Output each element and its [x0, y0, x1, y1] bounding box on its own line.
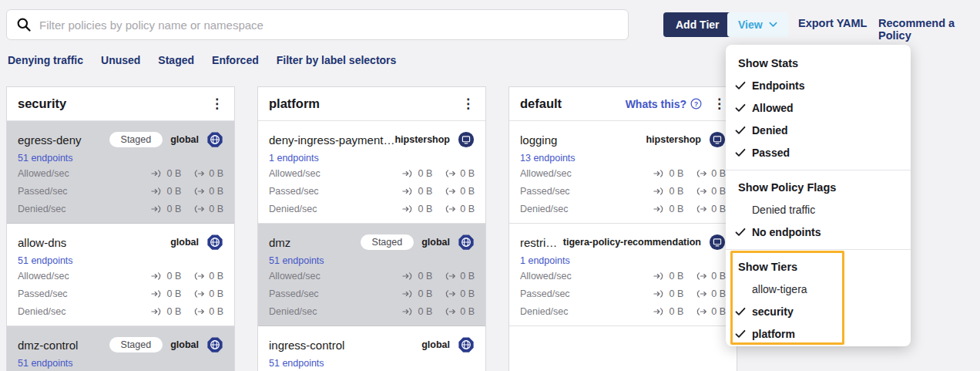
- menu-item-allowed[interactable]: Allowed: [726, 96, 911, 119]
- ingress-arrow-icon: [151, 307, 163, 316]
- stat-row: Denied/sec 0 B 0 B: [18, 302, 223, 320]
- egress-arrow-icon: [696, 307, 707, 316]
- endpoints-link[interactable]: 1 endpoints: [520, 255, 570, 266]
- policy-card[interactable]: ingress-control global 51 endpoints: [258, 326, 485, 371]
- global-policy-icon: [458, 336, 475, 353]
- ingress-arrow-icon: [151, 204, 163, 214]
- stat-row: Allowed/sec 0 B 0 B: [269, 164, 475, 182]
- tier-title: security: [18, 96, 66, 111]
- ingress-arrow-icon: [151, 272, 163, 281]
- egress-arrow-icon: [193, 272, 205, 281]
- policy-scope: global: [170, 134, 199, 145]
- namespace-policy-icon: [709, 234, 726, 251]
- endpoints-link[interactable]: 51 endpoints: [269, 255, 324, 266]
- namespace-policy-icon: [458, 131, 475, 148]
- menu-item-denied-traffic[interactable]: Denied traffic: [726, 198, 911, 221]
- policy-scope: global: [170, 237, 199, 248]
- search-input[interactable]: [39, 19, 619, 32]
- stat-row: Passed/sec 0 B 0 B: [18, 285, 223, 302]
- export-yaml-button[interactable]: Export YAML: [798, 17, 867, 29]
- menu-section-show-policy-flags: Show Policy Flags: [726, 177, 911, 198]
- kebab-menu-icon[interactable]: ⋮: [461, 97, 475, 110]
- egress-arrow-icon: [696, 204, 707, 214]
- policy-name: ingress-control: [269, 339, 344, 352]
- staged-badge: Staged: [109, 337, 163, 352]
- egress-arrow-icon: [445, 204, 456, 214]
- whats-this-link[interactable]: Whats this? ?: [626, 98, 702, 110]
- menu-divider: [726, 170, 911, 170]
- policy-filter-search: [6, 9, 629, 40]
- policy-card[interactable]: dmz Staged global 51 endpoints Allowed/s…: [258, 224, 485, 326]
- egress-arrow-icon: [696, 169, 707, 178]
- egress-arrow-icon: [193, 169, 205, 178]
- menu-section-show-tiers: Show Tiers: [726, 256, 911, 278]
- egress-arrow-icon: [193, 307, 205, 316]
- ingress-arrow-icon: [402, 169, 414, 178]
- global-policy-icon: [206, 131, 223, 148]
- endpoints-link[interactable]: 1 endpoints: [269, 153, 319, 164]
- policy-card[interactable]: logging hipstershop 13 endpoints Allowed…: [509, 121, 737, 224]
- global-policy-icon: [206, 234, 223, 251]
- svg-text:?: ?: [694, 100, 698, 108]
- ingress-arrow-icon: [653, 204, 665, 214]
- tier-header: platform ⋮: [258, 87, 485, 121]
- filter-unused[interactable]: Unused: [101, 54, 140, 66]
- help-circle-icon: ?: [690, 98, 702, 110]
- add-tier-button[interactable]: Add Tier: [663, 12, 732, 37]
- policy-card[interactable]: allow-dns global 51 endpoints Allowed/se…: [7, 224, 234, 326]
- check-icon: [735, 148, 746, 157]
- stat-row: Passed/sec 0 B 0 B: [520, 182, 726, 200]
- policy-namespace: tigera-policy-recommendation: [563, 237, 701, 248]
- namespace-policy-icon: [709, 131, 726, 148]
- egress-arrow-icon: [445, 272, 456, 281]
- stat-row: Denied/sec 0 B 0 B: [520, 200, 726, 218]
- ingress-arrow-icon: [653, 169, 665, 178]
- egress-arrow-icon: [696, 272, 707, 281]
- egress-arrow-icon: [445, 289, 456, 298]
- filter-staged[interactable]: Staged: [158, 54, 194, 66]
- check-icon: [735, 103, 746, 113]
- ingress-arrow-icon: [653, 187, 665, 196]
- filter-label-selectors[interactable]: Filter by label selectors: [277, 54, 397, 66]
- endpoints-link[interactable]: 51 endpoints: [18, 255, 73, 266]
- kebab-menu-icon[interactable]: ⋮: [210, 97, 223, 110]
- check-icon: [735, 228, 746, 237]
- menu-item-no-endpoints[interactable]: No endpoints: [726, 221, 911, 243]
- policy-name: dmz-control: [18, 339, 78, 352]
- filter-denying-traffic[interactable]: Denying traffic: [8, 54, 83, 66]
- policy-card[interactable]: restricted tigera-policy-recommendation …: [509, 224, 737, 326]
- check-icon: [735, 81, 746, 90]
- egress-arrow-icon: [193, 289, 205, 298]
- menu-item-allow-tigera[interactable]: allow-tigera: [726, 278, 911, 300]
- ingress-arrow-icon: [653, 307, 665, 316]
- filter-enforced[interactable]: Enforced: [212, 54, 259, 66]
- endpoints-link[interactable]: 13 endpoints: [520, 153, 576, 164]
- ingress-arrow-icon: [402, 204, 414, 214]
- menu-item-passed[interactable]: Passed: [726, 141, 911, 164]
- ingress-arrow-icon: [151, 169, 163, 178]
- check-icon: [735, 307, 746, 316]
- policy-scope: global: [421, 237, 450, 248]
- menu-item-denied[interactable]: Denied: [726, 119, 911, 141]
- ingress-arrow-icon: [653, 289, 665, 298]
- policy-name: egress-deny: [18, 133, 82, 147]
- stat-row: Allowed/sec 0 B 0 B: [520, 164, 726, 182]
- policy-namespace: hipstershop: [646, 134, 701, 145]
- recommend-policy-button[interactable]: Recommend a Policy: [878, 17, 980, 42]
- tier-title: default: [520, 96, 562, 111]
- menu-item-platform[interactable]: platform: [726, 322, 911, 345]
- global-policy-icon: [206, 336, 223, 353]
- search-icon: [16, 17, 32, 32]
- endpoints-link[interactable]: 51 endpoints: [18, 153, 73, 164]
- stat-row: Denied/sec 0 B 0 B: [520, 302, 726, 320]
- ingress-arrow-icon: [402, 187, 414, 196]
- menu-item-endpoints[interactable]: Endpoints: [726, 74, 911, 96]
- view-menu-button[interactable]: View: [727, 12, 788, 37]
- endpoints-link[interactable]: 51 endpoints: [269, 358, 324, 369]
- endpoints-link[interactable]: 51 endpoints: [18, 358, 73, 369]
- menu-item-security[interactable]: security: [726, 300, 911, 322]
- kebab-menu-icon[interactable]: ⋮: [713, 97, 726, 110]
- policy-card[interactable]: deny-ingress-paymentservi... hipstershop…: [258, 121, 485, 224]
- policy-card[interactable]: dmz-control Staged global 51 endpoints: [7, 326, 234, 371]
- policy-card[interactable]: egress-deny Staged global 51 endpoints A…: [7, 121, 234, 224]
